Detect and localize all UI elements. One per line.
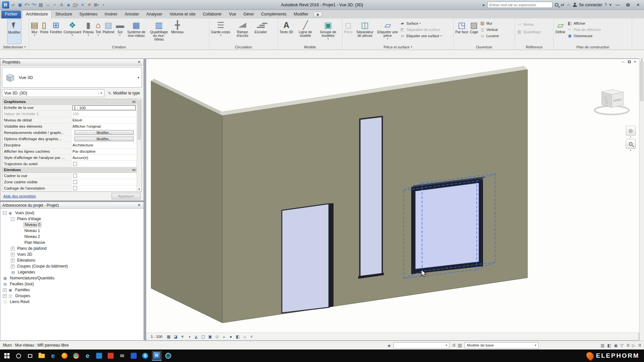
window-button[interactable]: ⊞ Fenêtre [49,19,63,44]
tab-complements[interactable]: Compléments [257,11,290,18]
opening-by-face-button[interactable]: ◳ Par face [455,19,469,44]
visual-style-icon[interactable]: ◪ [173,334,178,340]
zoom-tool-icon[interactable] [626,139,636,149]
default-3d-view-icon[interactable]: ◫▾ [72,2,79,8]
expand-plus-icon[interactable]: + [3,294,7,298]
crop-visible-checkbox[interactable] [73,180,77,184]
view-minimize-icon[interactable]: — [622,60,625,64]
customize-qat-icon[interactable]: ▾ [100,2,106,8]
area-boundary-button[interactable]: ◩ Séparation de surface [400,27,442,32]
modify-overrides-button[interactable]: Modifier... [74,130,134,135]
panel-label-selectionner[interactable]: Sélectionner▾ [0,44,29,50]
displacement-sets-icon[interactable]: ⌂ [242,334,248,340]
section-etendues[interactable]: Etendues ∧∧ [2,167,137,173]
model-group-button[interactable]: ▣ Groupe de modèles ▾ [317,19,339,44]
view-close-icon[interactable]: ✕ [634,60,636,64]
tree-item-elevations[interactable]: + Elévations [0,257,144,263]
filter-icon[interactable]: ▽ [620,343,624,348]
tab-structure[interactable]: Structure [52,11,76,18]
room-button[interactable]: ◻ Pièce [343,19,353,44]
tree-item-liens-revit[interactable]: ⬡ Liens Revit [0,299,144,305]
grid-button[interactable]: ▦ Quadrillage [517,29,541,34]
undo-icon[interactable]: ↶▾ [24,2,30,8]
scrollbar-thumb[interactable] [138,100,141,140]
type-selector[interactable]: Vue 3D ▾ [2,67,142,88]
tree-item-niveau-2[interactable]: Niveau 2 [0,234,144,240]
scroll-up-icon[interactable]: ▲ [639,59,644,61]
lock-view-icon[interactable]: ◇ [214,334,220,340]
dormer-opening-button[interactable]: ⌂ Lucarne [480,33,499,38]
column-button[interactable]: ▮ Poteau ▾ [82,19,94,44]
taskbar-icon-revit[interactable]: R [152,351,162,361]
taskbar-icon-chrome[interactable] [71,351,81,361]
taskbar-icon-app-red[interactable] [106,351,116,361]
chevron-down-icon[interactable]: ▾ [626,136,636,139]
apply-button[interactable]: Appliquer [112,193,141,199]
edit-type-button[interactable]: ✎ Modifier le type [106,89,142,97]
tree-item-nomenclatures[interactable]: ▦ Nomenclatures/Quantités [0,275,144,281]
worksets-combo[interactable]: ▾ [393,342,449,349]
left-wall[interactable] [151,81,222,323]
dimension-icon[interactable]: ⌐ [52,2,58,8]
level-button[interactable]: ⊸ Niveau [517,22,541,27]
modify-options-icon[interactable]: ▣ [313,12,322,17]
temporary-hide-icon[interactable]: ◒ [221,334,227,340]
mullion-button[interactable]: ╋ Meneau [171,19,184,44]
selected-window-panel[interactable] [416,183,479,269]
properties-help-link[interactable]: Aide des propriétés [3,194,36,198]
close-icon[interactable]: ✕ [137,60,142,64]
tree-item-familles[interactable]: + ▣ Familles [0,287,144,293]
expand-plus-icon[interactable]: + [11,259,14,262]
taskbar-icon-ie[interactable]: e [83,351,93,361]
tab-gerer[interactable]: Gérer [240,11,257,18]
ramp-button[interactable]: Rampe d'accès [231,19,254,44]
vertical-scrollbar[interactable]: ▲ [639,59,644,341]
view-restore-icon[interactable] [628,61,631,63]
open-icon[interactable]: ▱ [10,2,16,8]
component-button[interactable]: ❖ Composant ▾ [63,19,82,44]
chevron-down-icon[interactable]: ▾ [626,149,636,152]
scrollbar-thumb[interactable] [640,62,643,101]
room-separator-button[interactable]: ◫ Séparateur de pièces [354,19,376,44]
floor-button[interactable]: ▬ Sol ▾ [115,19,125,44]
tree-item-groupes[interactable]: + ◫ Groupes [0,293,144,299]
selection-icon[interactable]: ▷ [632,343,635,348]
area-button[interactable]: ▰ Surface ▾ [400,21,442,26]
expand-plus-icon[interactable]: + [3,288,7,292]
close-button[interactable]: ✕ [634,2,642,8]
thin-lines-icon[interactable]: ≡ [80,2,86,8]
sign-in-link[interactable]: Se connecter [579,3,603,7]
crop-view-icon[interactable]: ▢ [200,334,206,340]
detail-level-icon[interactable]: ▦ [166,334,172,340]
save-icon[interactable]: ▣ [17,2,23,8]
tab-analyser[interactable]: Analyser [143,11,166,18]
scale-button[interactable]: 1 : 100 [148,335,165,339]
reference-plane-button[interactable]: ╍ Plan de référence [567,27,601,32]
ceiling-button[interactable]: ▧ Plafond [102,19,115,44]
revit-logo-icon[interactable]: R [2,1,9,9]
tag-icon[interactable]: ◈ [66,2,71,8]
set-work-plane-button[interactable]: ▱ Définir [555,19,566,44]
shaft-opening-button[interactable]: ▨ Cage [469,19,479,44]
shadows-icon[interactable]: ◑ [186,334,192,340]
tab-annoter[interactable]: Annoter [121,11,143,18]
wall-button[interactable]: ▤ Mur ▾ [30,19,39,44]
tree-item-legendes[interactable]: ▤ Légendes [0,269,144,275]
modify-display-options-button[interactable]: Modifier... [74,137,134,141]
reveal-hidden-icon[interactable]: ● [228,334,234,340]
door-panel[interactable] [282,204,329,313]
taskbar-icon-edge[interactable]: e [48,351,58,361]
panel-label-piece-et-surface[interactable]: Pièce et surface▾ [342,44,453,50]
tag-area-button[interactable]: ▱ Etiqueter une surface ▾ [400,33,442,38]
measure-icon[interactable]: ↔ [45,2,51,8]
section-graphismes[interactable]: Graphismes ∧∧ [2,99,137,105]
tab-fichier[interactable]: Fichier [1,11,21,18]
help-icon[interactable]: ? [604,2,607,7]
tab-collaborer[interactable]: Collaborer [199,11,226,18]
start-button[interactable] [2,351,12,361]
tab-inserer[interactable]: Insérer [101,11,121,18]
tree-item-plans-plafond[interactable]: + Plans de plafond [0,246,144,251]
expand-plus-icon[interactable]: + [11,253,14,256]
taskbar-icon-mail[interactable]: ✉ [117,351,127,361]
tab-systemes[interactable]: Systèmes [76,11,101,18]
